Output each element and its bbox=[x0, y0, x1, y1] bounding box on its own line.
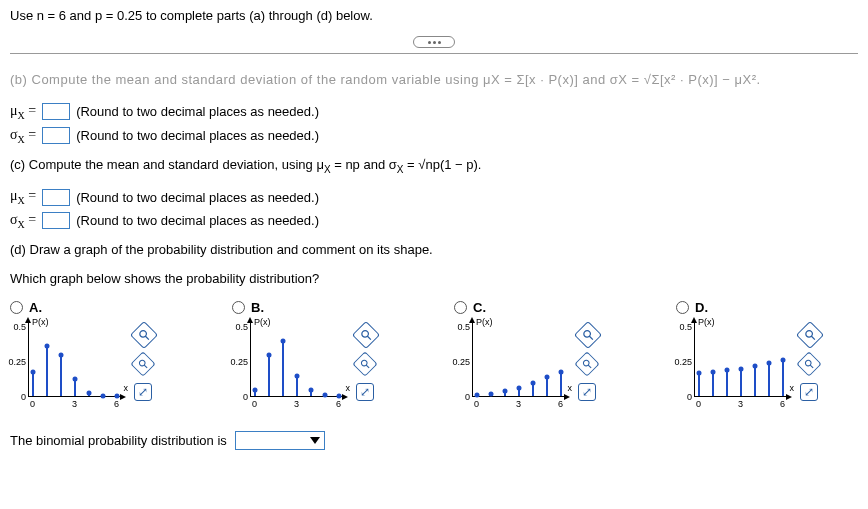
option-D: D.P(x)x0.50.250036⚲⚲⤢ bbox=[676, 300, 856, 409]
instruction-text: Use n = 6 and p = 0.25 to complete parts… bbox=[10, 8, 858, 23]
option-label-B: B. bbox=[251, 300, 264, 315]
option-label-D: D. bbox=[695, 300, 708, 315]
sigma-c-hint: (Round to two decimal places as needed.) bbox=[76, 213, 319, 228]
enlarge-icon[interactable]: ⤢ bbox=[134, 383, 152, 401]
part-c-text: (c) Compute the mean and standard deviat… bbox=[10, 157, 858, 175]
sigma-b-input[interactable] bbox=[42, 127, 70, 144]
radio-C[interactable] bbox=[454, 301, 467, 314]
magnify-small-icon[interactable]: ⚲ bbox=[796, 351, 821, 376]
magnify-icon[interactable]: ⚲ bbox=[130, 321, 158, 349]
part-d-question: Which graph below shows the probability … bbox=[10, 271, 858, 286]
magnify-small-icon[interactable]: ⚲ bbox=[130, 351, 155, 376]
mu-symbol: μX = bbox=[10, 103, 36, 121]
options-row: A.P(x)x0.50.250036⚲⚲⤢B.P(x)x0.50.250036⚲… bbox=[10, 300, 858, 409]
radio-B[interactable] bbox=[232, 301, 245, 314]
sigma-c-input[interactable] bbox=[42, 212, 70, 229]
radio-D[interactable] bbox=[676, 301, 689, 314]
magnify-icon[interactable]: ⚲ bbox=[574, 321, 602, 349]
sigma-symbol: σX = bbox=[10, 127, 36, 145]
option-C: C.P(x)x0.50.250036⚲⚲⤢ bbox=[454, 300, 634, 409]
expand-button[interactable] bbox=[413, 36, 455, 48]
magnify-small-icon[interactable]: ⚲ bbox=[574, 351, 599, 376]
divider bbox=[10, 53, 858, 54]
bottom-text: The binomial probability distribution is bbox=[10, 433, 227, 448]
mu-b-hint: (Round to two decimal places as needed.) bbox=[76, 104, 319, 119]
part-d-text: (d) Draw a graph of the probability dist… bbox=[10, 242, 858, 257]
mu-c-input[interactable] bbox=[42, 189, 70, 206]
sigma-b-hint: (Round to two decimal places as needed.) bbox=[76, 128, 319, 143]
radio-A[interactable] bbox=[10, 301, 23, 314]
option-B: B.P(x)x0.50.250036⚲⚲⤢ bbox=[232, 300, 412, 409]
mu-c-symbol: μX = bbox=[10, 188, 36, 206]
shape-select[interactable] bbox=[235, 431, 325, 450]
sigma-c-symbol: σX = bbox=[10, 212, 36, 230]
magnify-small-icon[interactable]: ⚲ bbox=[352, 351, 377, 376]
chart-A: P(x)x0.50.250036 bbox=[10, 319, 130, 409]
option-label-A: A. bbox=[29, 300, 42, 315]
option-label-C: C. bbox=[473, 300, 486, 315]
enlarge-icon[interactable]: ⤢ bbox=[578, 383, 596, 401]
mu-b-input[interactable] bbox=[42, 103, 70, 120]
mu-c-hint: (Round to two decimal places as needed.) bbox=[76, 190, 319, 205]
chart-B: P(x)x0.50.250036 bbox=[232, 319, 352, 409]
chevron-down-icon bbox=[310, 437, 320, 444]
magnify-icon[interactable]: ⚲ bbox=[352, 321, 380, 349]
chart-D: P(x)x0.50.250036 bbox=[676, 319, 796, 409]
magnify-icon[interactable]: ⚲ bbox=[796, 321, 824, 349]
enlarge-icon[interactable]: ⤢ bbox=[356, 383, 374, 401]
option-A: A.P(x)x0.50.250036⚲⚲⤢ bbox=[10, 300, 190, 409]
part-b-truncated: (b) Compute the mean and standard deviat… bbox=[10, 72, 858, 87]
enlarge-icon[interactable]: ⤢ bbox=[800, 383, 818, 401]
chart-C: P(x)x0.50.250036 bbox=[454, 319, 574, 409]
